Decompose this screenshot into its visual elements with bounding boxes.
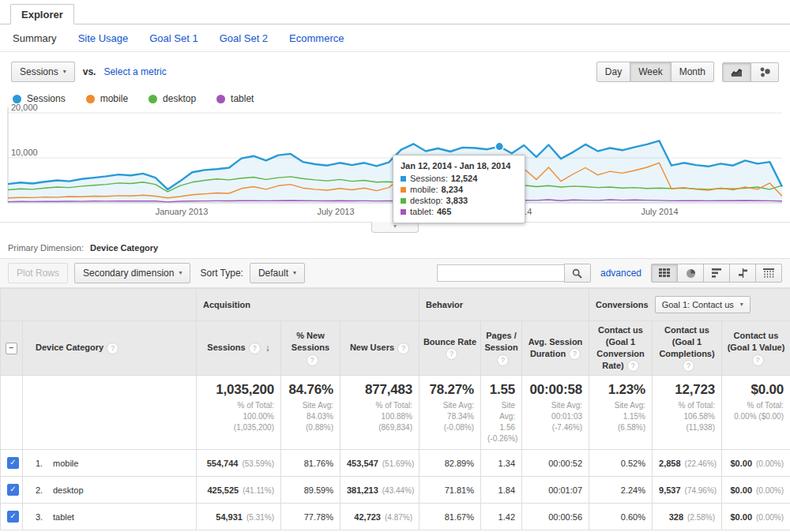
summary-avg-duration: 00:00:58Site Avg: 00:01:03 (-7.46%) [522, 376, 589, 450]
col-goal-completions[interactable]: Contact us (Goal 1 Completions)? [653, 321, 722, 376]
x-axis-tick-jan-2013: January 2013 [156, 207, 209, 216]
legend-label: tablet [231, 93, 254, 104]
chart-type-toggle [722, 62, 779, 82]
motion-chart-button[interactable] [750, 62, 779, 82]
summary-conv-rate: 1.23%Site Avg: 1.15% (6.58%) [589, 376, 653, 450]
tooltip-row-mobile: mobile: 8,234 [401, 185, 517, 194]
y-axis-tick-10000: 10,000 [11, 148, 38, 157]
help-icon[interactable]: ? [683, 360, 694, 372]
granularity-day-button[interactable]: Day [596, 62, 630, 82]
subnav-summary[interactable]: Summary [13, 32, 57, 44]
advanced-search-link[interactable]: advanced [600, 268, 641, 279]
line-chart-button[interactable] [722, 62, 751, 82]
granularity-week-button[interactable]: Week [630, 62, 671, 82]
help-icon[interactable]: ? [627, 360, 639, 372]
select-all-checkbox[interactable]: − [6, 343, 17, 354]
primary-dimension-device-category[interactable]: Device Category [90, 243, 158, 253]
secondary-dimension-dropdown[interactable]: Secondary dimension ▾ [74, 263, 190, 283]
chart-collapse-button[interactable]: ▾ [371, 222, 419, 233]
cell-new-users: 381,213(43.44%) [340, 477, 419, 504]
cell-sessions: 554,744(53.59%) [197, 450, 281, 477]
col-sessions[interactable]: Sessions?↓ [197, 321, 281, 376]
col-new-users[interactable]: New Users? [340, 321, 419, 376]
pivot-view-button[interactable] [755, 264, 782, 283]
help-icon[interactable]: ? [107, 343, 118, 354]
row-name-cell[interactable]: 1.mobile [23, 450, 197, 477]
legend-item-mobile[interactable]: mobile [86, 93, 128, 104]
col-pages-session[interactable]: Pages / Session? [481, 321, 522, 376]
cell-completions: 9,537(74.96%) [653, 477, 722, 504]
help-icon[interactable]: ? [752, 354, 764, 366]
percentage-view-button[interactable] [677, 264, 704, 283]
primary-dimension-bar: Primary Dimension: Device Category [0, 236, 790, 258]
help-icon[interactable]: ? [569, 348, 581, 360]
tab-explorer[interactable]: Explorer [10, 4, 74, 24]
sort-type-dropdown[interactable]: Default ▾ [250, 263, 305, 283]
legend-item-desktop[interactable]: desktop [149, 93, 196, 104]
table-search [437, 264, 591, 283]
primary-dimension-label: Primary Dimension: [8, 243, 84, 253]
summary-empty-cell [1, 376, 23, 450]
tooltip-row-sessions: Sessions: 12,524 [401, 174, 517, 183]
select-a-metric-link[interactable]: Select a metric [103, 66, 166, 77]
table-row-tablet: ✓ 3.tablet 54,931(5.31%) 77.78% 42,723(4… [1, 504, 790, 530]
help-icon[interactable]: ? [249, 343, 261, 354]
cell-pages-session: 1.84 [481, 477, 522, 504]
help-icon[interactable]: ? [497, 354, 509, 366]
desktop-swatch-icon [401, 198, 406, 204]
performance-view-button[interactable] [703, 264, 730, 283]
column-header-row: − Device Category? Sessions?↓ % New Sess… [1, 321, 790, 376]
granularity-month-button[interactable]: Month [671, 62, 714, 82]
group-behavior: Behavior [419, 289, 589, 321]
help-icon[interactable]: ? [397, 343, 409, 354]
col-avg-session-duration[interactable]: Avg. Session Duration? [522, 321, 589, 376]
summary-row: 1,035,200% of Total: 100.00% (1,035,200)… [1, 376, 790, 450]
help-icon[interactable]: ? [446, 348, 457, 360]
chevron-down-icon: ▾ [179, 270, 182, 276]
column-group-header-row: Acquisition Behavior Conversions Goal 1:… [1, 289, 790, 321]
row-checkbox[interactable]: ✓ [7, 511, 19, 523]
cell-value: $0.00(0.00%) [722, 450, 790, 477]
row-name-cell[interactable]: 3.tablet [23, 504, 197, 530]
search-input[interactable] [437, 264, 564, 282]
summary-completions: 12,723% of Total: 106.58% (11,938) [653, 376, 722, 450]
summary-sessions: 1,035,200% of Total: 100.00% (1,035,200) [197, 376, 281, 450]
timeseries-chart[interactable]: 20,000 10,000 Jan 12, 2014 - Jan 18, 201… [0, 107, 790, 206]
granularity-toggle: Day Week Month [596, 62, 714, 82]
row-checkbox[interactable]: ✓ [7, 457, 19, 469]
col-goal-value[interactable]: Contact us (Goal 1 Value)? [722, 321, 790, 376]
subnav-goal-set-2[interactable]: Goal Set 2 [220, 32, 268, 44]
metric-select-dropdown[interactable]: Sessions ▾ [11, 62, 75, 82]
metric-toolbar: Sessions ▾ vs. Select a metric Day Week … [0, 52, 790, 88]
group-conversions: Conversions Goal 1: Contact us ▾ [589, 289, 790, 321]
subnav-ecommerce[interactable]: Ecommerce [289, 32, 344, 44]
col-label: Bounce Rate [423, 337, 476, 347]
subnav-goal-set-1[interactable]: Goal Set 1 [149, 32, 198, 44]
help-icon[interactable]: ? [307, 354, 318, 366]
col-bounce-rate[interactable]: Bounce Rate? [419, 321, 481, 376]
device-category-table: Acquisition Behavior Conversions Goal 1:… [0, 288, 790, 530]
cell-avg-duration: 00:01:07 [522, 477, 589, 504]
col-goal-conversion-rate[interactable]: Contact us (Goal 1 Conversion Rate)? [589, 321, 653, 376]
search-button[interactable] [564, 264, 591, 283]
summary-new-sessions: 84.76%Site Avg: 84.03% (0.88%) [281, 376, 340, 450]
table-view-toggle [651, 264, 782, 283]
table-view-button[interactable] [651, 264, 678, 283]
cell-value: $0.00(0.00%) [722, 504, 790, 530]
table-row-desktop: ✓ 2.desktop 425,525(41.11%) 89.59% 381,2… [1, 477, 790, 504]
sessions-swatch-icon [401, 176, 406, 182]
col-new-sessions[interactable]: % New Sessions? [281, 321, 340, 376]
comparison-view-button[interactable] [729, 264, 756, 283]
row-name-cell[interactable]: 2.desktop [23, 477, 197, 504]
legend-item-tablet[interactable]: tablet [216, 93, 254, 104]
cell-sessions: 54,931(5.31%) [197, 504, 281, 530]
subnav-site-usage[interactable]: Site Usage [78, 32, 129, 44]
goal-selector-dropdown[interactable]: Goal 1: Contact us ▾ [655, 296, 750, 313]
row-checkbox[interactable]: ✓ [7, 484, 19, 496]
sort-descending-icon[interactable]: ↓ [265, 343, 270, 354]
plot-rows-button[interactable]: Plot Rows [8, 263, 68, 283]
col-label: Device Category [36, 343, 103, 352]
col-device-category[interactable]: Device Category? [23, 321, 197, 376]
summary-new-users: 877,483% of Total: 100.88% (869,834) [340, 376, 419, 450]
table-toolbar: Plot Rows Secondary dimension ▾ Sort Typ… [0, 258, 790, 288]
